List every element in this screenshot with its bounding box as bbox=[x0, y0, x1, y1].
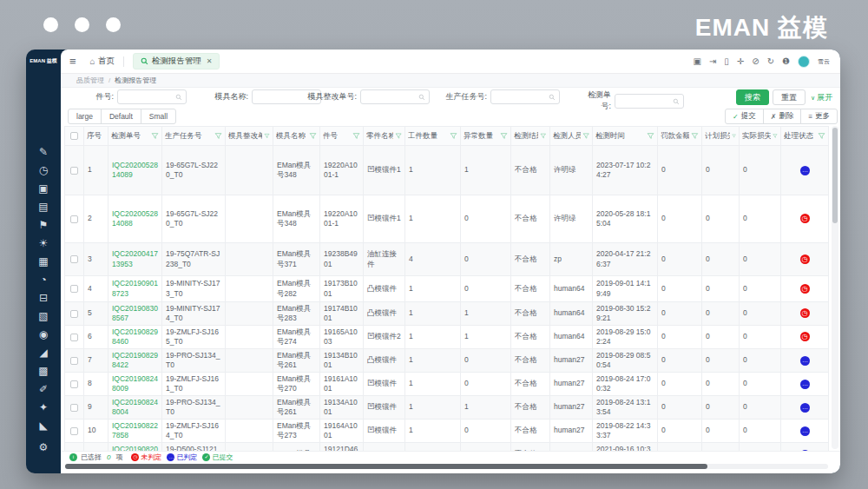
horizontal-scrollbar-thumb[interactable] bbox=[65, 464, 707, 469]
nav-home[interactable]: ⌂ 首页 bbox=[90, 56, 115, 67]
submit-button[interactable]: ✓提交 bbox=[725, 109, 764, 124]
vertical-scrollbar-thumb[interactable] bbox=[832, 128, 838, 223]
box-icon[interactable]: ▧ bbox=[38, 311, 48, 321]
filter-icon[interactable] bbox=[450, 132, 457, 140]
filter-icon[interactable] bbox=[818, 132, 825, 140]
report-link[interactable]: IQC201908298460 bbox=[112, 327, 158, 346]
time-icon[interactable]: ◷ bbox=[39, 165, 48, 175]
cell-actual_loss: 0 bbox=[740, 326, 781, 349]
filter-icon[interactable] bbox=[151, 132, 159, 140]
row-checkbox[interactable] bbox=[70, 380, 78, 388]
report-link[interactable]: IQC2020052814089 bbox=[112, 161, 158, 179]
filter-icon[interactable] bbox=[264, 132, 270, 140]
filter-input[interactable] bbox=[117, 89, 187, 104]
report-link[interactable]: IQC2020052814088 bbox=[112, 209, 158, 228]
avatar[interactable] bbox=[798, 56, 810, 68]
tag-icon[interactable]: ⚑ bbox=[39, 220, 49, 230]
report-link[interactable]: IQC201908308567 bbox=[112, 304, 158, 322]
reset-button[interactable]: 重置 bbox=[773, 89, 806, 105]
row-checkbox[interactable] bbox=[70, 215, 78, 223]
report-link[interactable]: IQC201909018723 bbox=[112, 279, 158, 297]
grid-icon[interactable]: ▩ bbox=[38, 366, 48, 376]
row-checkbox[interactable] bbox=[70, 167, 78, 175]
row-checkbox[interactable] bbox=[70, 285, 78, 293]
delete-button[interactable]: ✗删除 bbox=[763, 109, 802, 124]
calendar-icon[interactable]: ▤ bbox=[38, 202, 48, 212]
breadcrumb-quality[interactable]: 品质管理 bbox=[76, 76, 104, 85]
filter-icon[interactable] bbox=[395, 132, 402, 140]
export-icon[interactable]: ⇥ bbox=[709, 57, 716, 66]
key-icon[interactable]: ✦ bbox=[39, 402, 48, 413]
cell-plan_loss: 0 bbox=[702, 396, 740, 420]
cell-plan_loss bbox=[702, 443, 740, 452]
status-badge[interactable]: ◷ bbox=[800, 332, 810, 341]
cell-task: 19-65G7L-SJ220_T0 bbox=[162, 195, 226, 243]
filter-icon[interactable] bbox=[647, 132, 654, 140]
status-badge[interactable]: ◷ bbox=[800, 214, 810, 223]
status-badge[interactable]: ◷ bbox=[800, 308, 810, 318]
forbidden-icon[interactable]: ⊘ bbox=[752, 57, 759, 66]
status-badge[interactable]: ◷ bbox=[800, 284, 810, 294]
apps-grid-icon[interactable]: ▦ bbox=[38, 256, 48, 267]
filter-icon[interactable] bbox=[582, 132, 589, 140]
gear-icon[interactable]: ⚙ bbox=[39, 442, 49, 453]
filter-icon[interactable] bbox=[214, 132, 222, 140]
filter-icon[interactable] bbox=[691, 132, 699, 140]
history-icon[interactable]: ◔ bbox=[40, 274, 46, 285]
cell-rectify bbox=[226, 302, 273, 326]
row-checkbox[interactable] bbox=[70, 404, 78, 412]
report-link[interactable]: IQC2020041713953 bbox=[112, 249, 158, 268]
fullscreen-icon[interactable]: ✛ bbox=[737, 57, 744, 66]
vertical-scrollbar[interactable] bbox=[832, 126, 838, 449]
filter-icon[interactable] bbox=[540, 132, 547, 140]
doc-search-icon[interactable]: ◉ bbox=[39, 329, 48, 340]
filter-input[interactable] bbox=[615, 94, 684, 109]
report-link[interactable]: IQC201908227858 bbox=[112, 421, 158, 439]
report-link[interactable]: IQC201908248009 bbox=[112, 374, 158, 393]
status-badge[interactable]: … bbox=[800, 166, 810, 175]
image-icon[interactable]: ▣ bbox=[38, 183, 48, 194]
chart-icon[interactable]: ◢ bbox=[39, 347, 47, 358]
lock-icon[interactable]: ▯ bbox=[724, 57, 729, 66]
row-checkbox[interactable] bbox=[70, 427, 78, 435]
filter-input[interactable] bbox=[490, 89, 560, 104]
screenshot-icon[interactable]: ▣ bbox=[694, 57, 701, 66]
row-checkbox[interactable] bbox=[70, 255, 78, 263]
settings-sun-icon[interactable]: ☀ bbox=[39, 238, 49, 248]
filter-icon[interactable] bbox=[732, 132, 736, 140]
report-link[interactable]: IQC201908248004 bbox=[112, 398, 158, 416]
analytics-icon[interactable]: ◣ bbox=[39, 420, 47, 431]
row-checkbox[interactable] bbox=[70, 310, 78, 318]
filter-icon[interactable] bbox=[352, 132, 360, 140]
search-button[interactable]: 搜索 bbox=[736, 89, 769, 105]
cart-icon[interactable]: ⊟ bbox=[39, 293, 48, 303]
report-link[interactable]: IQC201908207 bbox=[112, 445, 158, 451]
size-button-small[interactable]: Small bbox=[141, 109, 176, 124]
report-link[interactable]: IQC201908298422 bbox=[112, 351, 158, 369]
size-button-large[interactable]: large bbox=[68, 109, 102, 124]
report-edit-icon[interactable]: ✎ bbox=[39, 147, 48, 157]
filter-icon[interactable] bbox=[773, 132, 778, 140]
status-badge[interactable]: … bbox=[800, 426, 810, 436]
info-icon[interactable]: ❶ bbox=[782, 57, 790, 66]
status-badge[interactable]: … bbox=[800, 356, 810, 366]
filter-input[interactable] bbox=[360, 89, 430, 104]
compose-icon[interactable]: ✐ bbox=[39, 384, 48, 394]
tab-inspection-report[interactable]: 检测报告管理 ✕ bbox=[133, 53, 220, 69]
more-button[interactable]: ≡更多 bbox=[800, 109, 838, 124]
select-all-checkbox[interactable] bbox=[70, 132, 78, 140]
close-icon[interactable]: ✕ bbox=[207, 57, 213, 65]
horizontal-scrollbar[interactable] bbox=[65, 464, 828, 469]
expand-link[interactable]: ∨ 展开 bbox=[811, 92, 832, 103]
status-badge[interactable]: … bbox=[800, 403, 810, 413]
cell-time: 2023-07-17 10:24:27 bbox=[593, 146, 658, 195]
collapse-menu-icon[interactable]: ≡ bbox=[69, 55, 76, 68]
status-badge[interactable]: ◷ bbox=[800, 254, 810, 264]
filter-icon[interactable] bbox=[500, 132, 508, 140]
row-checkbox[interactable] bbox=[70, 334, 78, 341]
size-button-default[interactable]: Default bbox=[101, 109, 141, 124]
refresh-icon[interactable]: ↻ bbox=[767, 57, 774, 66]
status-badge[interactable]: … bbox=[800, 380, 810, 389]
filter-icon[interactable] bbox=[309, 132, 317, 140]
row-checkbox[interactable] bbox=[70, 357, 78, 365]
